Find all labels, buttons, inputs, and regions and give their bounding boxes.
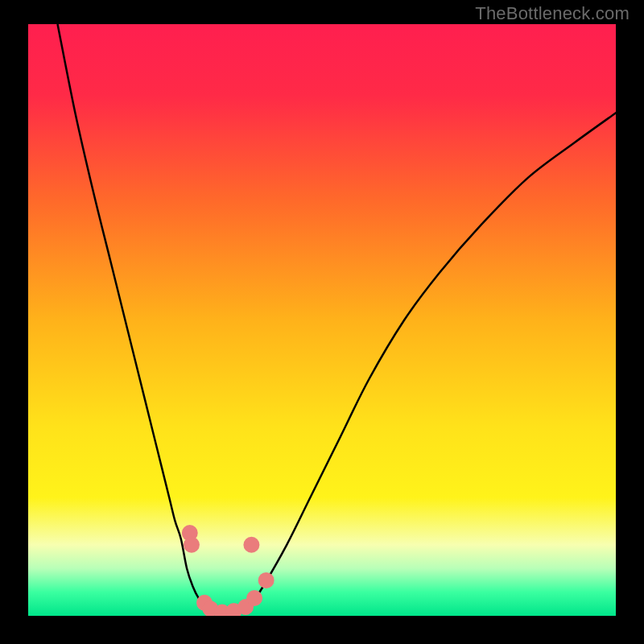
marker-point [258,572,275,588]
marker-point [243,537,259,553]
gradient-background [28,24,616,616]
chart-svg [28,24,616,616]
marker-point [246,590,262,606]
marker-point [184,537,200,553]
watermark-text: TheBottleneck.com [475,3,630,24]
chart-plot-area [28,24,616,616]
